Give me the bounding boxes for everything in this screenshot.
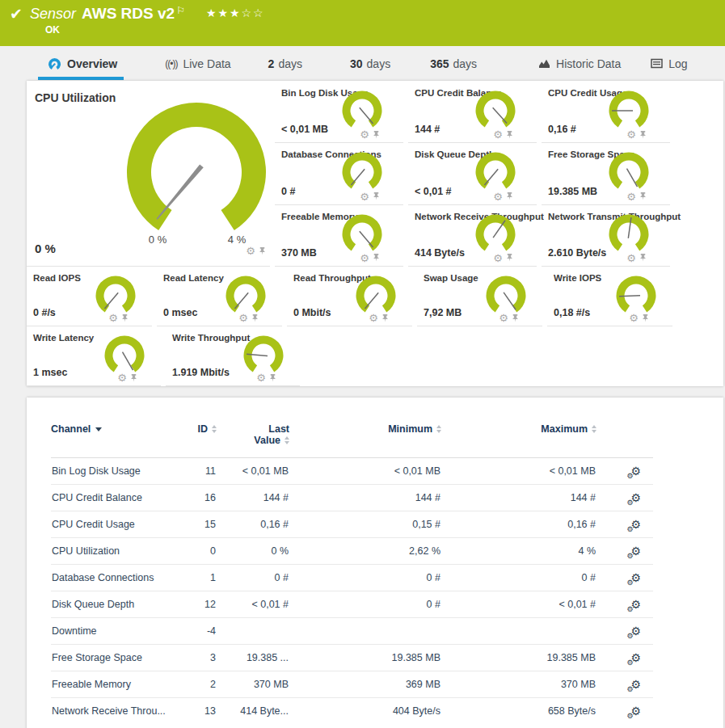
channel-name[interactable]: Database Connections	[51, 565, 192, 591]
channel-name[interactable]: Downtime	[51, 618, 192, 645]
table-row[interactable]: Freeable Memory 2 370 MB 369 MB 370 MB ⚙…	[51, 671, 653, 698]
column-header-minimum[interactable]: Minimum	[289, 419, 441, 458]
channel-gauge-cell[interactable]: Disk Queue Depth < 0,01 # ⚙	[408, 143, 537, 204]
channel-gauge-cell[interactable]: CPU Credit Balance 144 # ⚙	[408, 82, 537, 143]
table-row[interactable]: Free Storage Space 3 19.385 ... 19.385 M…	[51, 645, 653, 671]
gear-icon[interactable]: ⚙	[369, 313, 378, 323]
channel-name[interactable]: CPU Utilization	[51, 538, 192, 565]
table-row[interactable]: CPU Credit Balance 16 144 # 144 # 144 # …	[51, 485, 653, 511]
gear-icon[interactable]: ⚙	[499, 313, 508, 323]
gauge-value: 2.610 Byte/s	[548, 247, 606, 259]
cpu-utilization-gauge-cell[interactable]: CPU Utilization 0 % 4 % 0 % ⚙	[27, 82, 270, 267]
gauge	[607, 152, 651, 192]
channel-gauge-cell[interactable]: Network Transmit Throughput 2.610 Byte/s…	[542, 205, 670, 267]
channel-settings-icon[interactable]: ⚙⚙	[630, 491, 641, 504]
channel-settings-icon[interactable]: ⚙⚙	[630, 625, 641, 638]
gear-icon[interactable]: ⚙	[626, 253, 636, 263]
pin-icon[interactable]	[511, 314, 520, 323]
pin-icon[interactable]	[120, 314, 129, 323]
channel-gauge-cell[interactable]: Network Receive Throughput 414 Byte/s ⚙	[408, 205, 537, 267]
column-header-channel[interactable]: Channel	[51, 419, 192, 458]
tab-historic-data[interactable]: Historic Data	[537, 46, 622, 81]
channel-gauge-cell[interactable]: Free Storage Space 19.385 MB ⚙	[542, 143, 670, 204]
channel-settings-icon[interactable]: ⚙⚙	[630, 518, 641, 531]
table-row[interactable]: Bin Log Disk Usage 11 < 0,01 MB < 0,01 M…	[51, 458, 653, 485]
column-header-last-value[interactable]: LastValue	[217, 419, 289, 458]
pin-icon[interactable]	[258, 246, 267, 256]
gear-icon[interactable]: ⚙	[117, 372, 127, 383]
pin-icon[interactable]	[372, 191, 381, 201]
channel-gauge-cell[interactable]: Write Latency 1 msec ⚙	[27, 326, 161, 386]
channel-gauge-cell[interactable]: Write IOPS 0,18 #/s ⚙	[547, 267, 672, 326]
broadcast-icon: ((•))	[165, 58, 177, 69]
channel-name[interactable]: Free Storage Space	[51, 645, 192, 671]
channel-settings-icon[interactable]: ⚙⚙	[630, 465, 641, 478]
channel-settings-icon[interactable]: ⚙⚙	[630, 651, 641, 664]
channel-gauge-cell[interactable]: CPU Credit Usage 0,16 # ⚙	[542, 82, 670, 143]
gear-icon[interactable]: ⚙	[626, 191, 636, 202]
column-header-id[interactable]: ID	[192, 419, 217, 458]
table-row[interactable]: CPU Utilization 0 0 % 2,62 % 4 % ⚙⚙	[51, 538, 653, 565]
pin-icon[interactable]	[505, 130, 514, 140]
pin-icon[interactable]	[639, 130, 647, 140]
channel-name[interactable]: Freeable Memory	[51, 671, 192, 698]
gear-icon[interactable]: ⚙	[493, 129, 503, 140]
tab-live-data[interactable]: ((•)) Live Data	[163, 46, 232, 81]
pin-icon[interactable]	[639, 253, 647, 263]
gear-icon[interactable]: ⚙	[360, 253, 369, 263]
channel-settings-icon[interactable]: ⚙⚙	[630, 545, 641, 558]
channel-name[interactable]: Disk Queue Depth	[51, 591, 192, 618]
gear-icon[interactable]: ⚙	[493, 253, 503, 263]
channel-settings-icon[interactable]: ⚙⚙	[630, 705, 641, 717]
table-row[interactable]: CPU Credit Usage 15 0,16 # 0,15 # 0,16 #…	[51, 511, 653, 538]
gear-icon[interactable]: ⚙	[629, 313, 639, 323]
channel-gauge-cell[interactable]: Database Connections 0 # ⚙	[275, 143, 403, 204]
channel-gauge-cell[interactable]: Read IOPS 0 #/s ⚙	[27, 267, 152, 326]
pin-icon[interactable]	[129, 373, 138, 383]
tab-2-days[interactable]: 2days	[267, 46, 304, 81]
gauge-title: Read IOPS	[33, 273, 81, 283]
gear-icon[interactable]: ⚙	[626, 129, 636, 140]
priority-flag-icon[interactable]: ⚐	[176, 5, 185, 16]
table-row[interactable]: Database Connections 1 0 # 0 # 0 # ⚙⚙	[51, 565, 653, 591]
gear-icon[interactable]: ⚙	[493, 191, 503, 202]
table-row[interactable]: Disk Queue Depth 12 < 0,01 # 0 # < 0,01 …	[51, 591, 653, 618]
channel-gauge-cell[interactable]: Read Throughput 0 Mbit/s ⚙	[287, 267, 412, 326]
channel-name[interactable]: Network Receive Throu...	[51, 698, 192, 725]
tab-365-days[interactable]: 365days	[428, 46, 478, 81]
pin-icon[interactable]	[251, 314, 259, 323]
channel-gauge-cell[interactable]: Bin Log Disk Usage < 0,01 MB ⚙	[275, 82, 403, 143]
channel-gauge-cell[interactable]: Read Latency 0 msec ⚙	[157, 267, 282, 326]
tab-30-days[interactable]: 30days	[348, 46, 392, 81]
channel-gauge-cell[interactable]: Write Throughput 1.919 Mbit/s ⚙	[166, 326, 300, 386]
pin-icon[interactable]	[268, 373, 277, 383]
channel-name[interactable]: CPU Credit Balance	[51, 485, 192, 511]
gear-icon[interactable]: ⚙	[360, 129, 369, 140]
channel-settings-icon[interactable]: ⚙⚙	[630, 571, 641, 584]
channel-gauge-cell[interactable]: Swap Usage 7,92 MB ⚙	[417, 267, 542, 326]
pin-icon[interactable]	[381, 314, 390, 323]
tab-log[interactable]: Log	[649, 46, 689, 81]
sort-icon	[285, 436, 289, 444]
gear-icon[interactable]: ⚙	[360, 191, 369, 202]
pin-icon[interactable]	[372, 253, 381, 263]
gear-icon[interactable]: ⚙	[108, 313, 118, 323]
channel-settings-icon[interactable]: ⚙⚙	[630, 678, 641, 691]
pin-icon[interactable]	[505, 191, 514, 201]
channel-gauge-cell[interactable]: Freeable Memory 370 MB ⚙	[275, 205, 403, 267]
table-row[interactable]: Network Receive Throu... 13 414 Byte... …	[51, 698, 653, 725]
gear-icon[interactable]: ⚙	[238, 313, 248, 323]
pin-icon[interactable]	[505, 253, 514, 263]
column-header-maximum[interactable]: Maximum	[441, 419, 596, 458]
pin-icon[interactable]	[639, 191, 647, 201]
tab-overview[interactable]: Overview	[46, 46, 119, 81]
channel-settings-icon[interactable]: ⚙⚙	[630, 598, 641, 611]
table-row[interactable]: Downtime -4 ⚙⚙	[51, 618, 653, 645]
gear-icon[interactable]: ⚙	[246, 246, 255, 256]
channel-name[interactable]: CPU Credit Usage	[51, 511, 192, 538]
star-rating[interactable]: ★★★☆☆	[206, 6, 265, 19]
gear-icon[interactable]: ⚙	[256, 372, 266, 383]
pin-icon[interactable]	[372, 130, 381, 140]
pin-icon[interactable]	[641, 314, 650, 323]
channel-name[interactable]: Bin Log Disk Usage	[51, 458, 192, 485]
